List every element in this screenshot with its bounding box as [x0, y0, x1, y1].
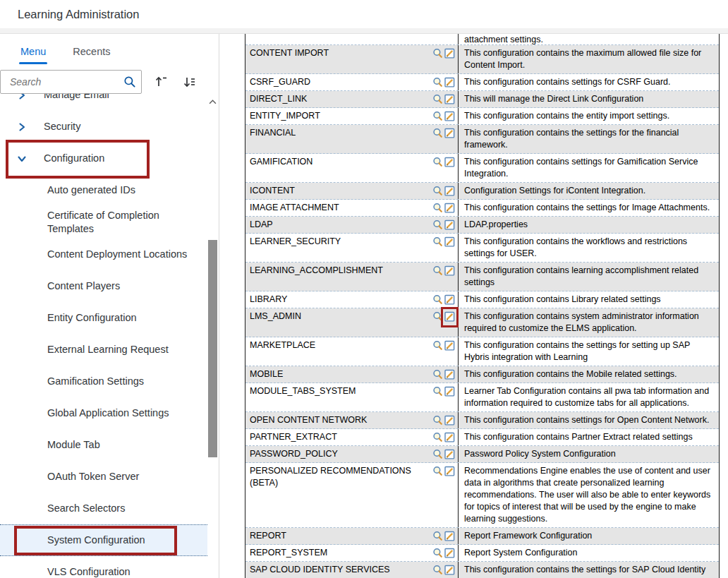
edit-icon[interactable] — [444, 157, 455, 167]
table-row-csrf-guard: CSRF_GUARD This configuration contains s… — [245, 74, 719, 91]
sidebar-item-search-selectors[interactable]: Search Selectors — [0, 493, 207, 524]
edit-icon[interactable] — [444, 294, 455, 305]
config-id: LMS_ADMIN — [250, 311, 430, 323]
config-description: This configuration contains the settings… — [459, 200, 719, 216]
search-icon[interactable] — [432, 340, 443, 351]
search-icon[interactable] — [432, 111, 443, 121]
search-icon[interactable] — [432, 466, 443, 476]
sidebar-item-vls-configuration[interactable]: VLS Configuration — [0, 556, 207, 578]
table-row-library: LIBRARY This configuration contains Libr… — [245, 291, 719, 308]
edit-icon[interactable] — [444, 466, 455, 476]
tab-recents[interactable]: Recents — [71, 36, 111, 67]
config-description: Configuration Settings for iContent Inte… — [459, 183, 719, 199]
search-icon[interactable] — [432, 369, 443, 380]
edit-icon[interactable] — [444, 48, 455, 59]
edit-icon[interactable] — [444, 548, 455, 558]
sidebar-scrollbar-thumb[interactable] — [208, 240, 217, 457]
search-icon[interactable] — [432, 157, 443, 167]
tree-item-label: Module Tab — [47, 438, 195, 452]
search-input[interactable] — [0, 70, 142, 94]
config-id-cell: MARKETPLACE — [245, 337, 459, 366]
edit-icon[interactable] — [444, 531, 455, 541]
search-icon[interactable] — [432, 449, 443, 459]
sidebar-item-global-application-settings[interactable]: Global Application Settings — [0, 397, 207, 429]
search-icon[interactable] — [432, 415, 443, 426]
edit-icon[interactable] — [444, 311, 455, 322]
sidebar-item-auto-generated-ids[interactable]: Auto generated IDs — [0, 174, 207, 206]
sidebar-item-entity-configuration[interactable]: Entity Configuration — [0, 302, 207, 334]
sidebar-item-manage-email[interactable]: Manage Email — [0, 94, 207, 111]
sidebar-item-content-players[interactable]: Content Players — [0, 270, 207, 302]
sidebar-item-content-deployment-locations[interactable]: Content Deployment Locations — [0, 239, 207, 270]
edit-icon[interactable] — [444, 369, 455, 380]
table-row-icontent: ICONTENT Configuration Settings for iCon… — [245, 183, 719, 200]
chevron-down-icon[interactable] — [16, 153, 28, 164]
edit-icon[interactable] — [444, 340, 455, 351]
edit-icon[interactable] — [444, 219, 455, 230]
table-row-lms-admin: LMS_ADMIN This configuration contains sy… — [245, 308, 719, 337]
config-description: This configuration contains settings for… — [459, 154, 719, 182]
edit-icon[interactable] — [444, 186, 455, 196]
tree-item-label: Content Players — [47, 279, 195, 293]
edit-icon[interactable] — [444, 386, 455, 397]
sidebar-item-gamification-settings[interactable]: Gamification Settings — [0, 366, 207, 397]
edit-icon[interactable] — [444, 449, 455, 459]
sidebar-item-security[interactable]: Security — [0, 111, 207, 143]
tree-item-label: Security — [44, 120, 80, 133]
sort-descending-icon[interactable] — [180, 73, 198, 91]
sidebar-item-module-tab[interactable]: Module Tab — [0, 429, 207, 461]
row-actions — [432, 219, 455, 230]
config-id: LDAP — [250, 219, 430, 231]
edit-icon[interactable] — [444, 265, 455, 276]
chevron-right-icon[interactable] — [16, 121, 28, 133]
sidebar-item-external-learning-request[interactable]: External Learning Request — [0, 334, 207, 366]
search-icon[interactable] — [432, 386, 443, 397]
config-id-cell: CSRF_GUARD — [245, 74, 459, 90]
tab-menu[interactable]: Menu — [19, 36, 47, 67]
scroll-up-arrow-icon[interactable] — [207, 96, 218, 107]
edit-icon[interactable] — [444, 77, 455, 88]
search-icon[interactable] — [432, 294, 443, 305]
tree-item-label: Global Application Settings — [47, 407, 195, 420]
search-icon[interactable] — [432, 186, 443, 196]
sort-ascending-icon[interactable] — [152, 73, 170, 91]
search-icon[interactable] — [432, 432, 443, 442]
search-icon[interactable] — [432, 565, 443, 575]
search-icon[interactable] — [432, 219, 443, 230]
config-id: LIBRARY — [250, 294, 430, 306]
sidebar-item-system-configuration[interactable]: System Configuration — [0, 524, 207, 556]
config-id-cell: CONTENT IMPORT — [245, 45, 459, 73]
search-icon[interactable] — [432, 236, 443, 247]
edit-icon[interactable] — [444, 111, 455, 121]
search-icon[interactable] — [432, 77, 443, 88]
search-icon[interactable] — [432, 48, 443, 59]
search-icon[interactable] — [432, 531, 443, 541]
edit-icon[interactable] — [444, 236, 455, 247]
search-icon[interactable] — [432, 265, 443, 276]
search-icon[interactable] — [123, 76, 136, 88]
sidebar-item-configuration[interactable]: Configuration — [0, 143, 207, 174]
table-row-ldap: LDAP LDAP.properties — [245, 217, 719, 234]
config-description: LDAP.properties — [459, 217, 719, 233]
chevron-right-icon[interactable] — [16, 94, 28, 101]
header-separator-band — [0, 28, 728, 34]
search-icon[interactable] — [432, 94, 443, 104]
config-id: LEARNER_SECURITY — [250, 236, 430, 248]
config-id-cell: ENTITY_IMPORT — [245, 108, 459, 124]
edit-icon[interactable] — [444, 432, 455, 442]
row-actions — [432, 547, 455, 558]
edit-icon[interactable] — [444, 565, 455, 575]
edit-icon[interactable] — [444, 128, 455, 138]
config-description: attachment settings. — [459, 34, 719, 44]
search-icon[interactable] — [432, 128, 443, 138]
edit-icon[interactable] — [444, 94, 455, 104]
edit-icon[interactable] — [444, 415, 455, 426]
search-icon[interactable] — [432, 548, 443, 558]
table-row-partial: attachment settings. — [245, 34, 719, 45]
config-id: MOBILE — [250, 368, 430, 380]
sidebar-item-oauth-token-server[interactable]: OAuth Token Server — [0, 461, 207, 493]
edit-icon[interactable] — [444, 203, 455, 213]
search-icon[interactable] — [432, 203, 443, 213]
tree-item-label: Certificate of Completion Templates — [47, 209, 195, 236]
sidebar-item-certificate-of-completion-templates[interactable]: Certificate of Completion Templates — [0, 206, 207, 239]
